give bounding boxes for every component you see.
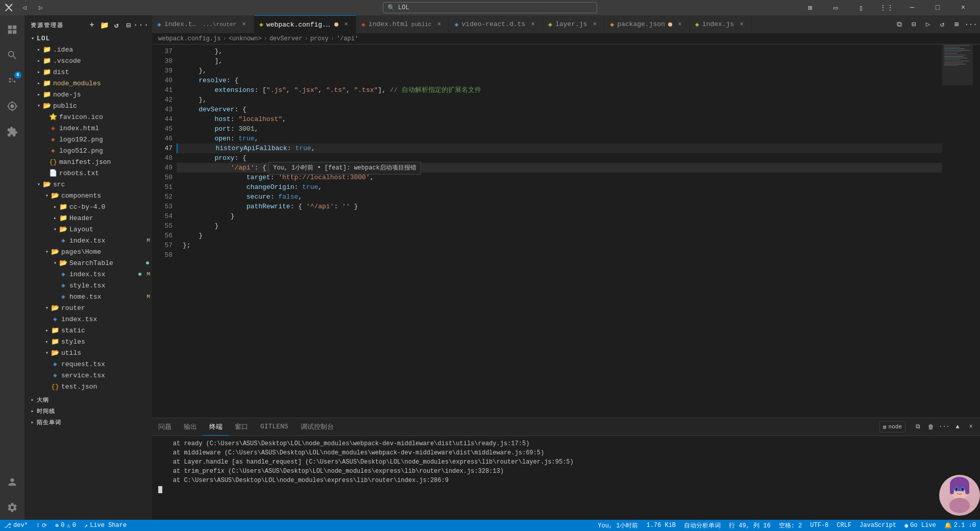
- status-encoding[interactable]: UTF-8: [806, 520, 832, 531]
- tree-item-service[interactable]: ◈ service.tsx: [24, 370, 152, 381]
- tree-item-utils[interactable]: ▾ 📂 utils: [24, 347, 152, 358]
- breadcrumb-unknown[interactable]: <unknown>: [229, 35, 262, 42]
- terminal-content[interactable]: at ready (C:\Users\ASUS\Desktop\LOL\node…: [152, 436, 980, 520]
- panel-selector[interactable]: ⊞ node: [879, 421, 905, 432]
- tab-index-tsx-router[interactable]: ◈ index.tsx ...\router ×: [152, 15, 254, 33]
- tree-item-components[interactable]: ▾ 📂 components: [24, 190, 152, 201]
- tree-root-lol[interactable]: ▾ LOL: [24, 33, 152, 44]
- tab-close-button[interactable]: ×: [528, 20, 537, 29]
- minimize-button[interactable]: ─: [900, 0, 924, 15]
- nav-forward-button[interactable]: ▷: [35, 2, 47, 14]
- activity-settings[interactable]: [0, 495, 24, 520]
- panel-tab-problems[interactable]: 问题: [152, 418, 178, 436]
- tree-item-request[interactable]: ◈ request.tsx: [24, 358, 152, 370]
- code-area[interactable]: }, ], }, resolve: {: [177, 44, 942, 418]
- tree-section-stranger-words[interactable]: ▸ 陌生单词: [24, 417, 152, 428]
- toggle-sidebar-button[interactable]: ▯: [849, 0, 873, 15]
- new-file-button[interactable]: +: [88, 20, 97, 30]
- tree-item-static[interactable]: ▸ 📁 static: [24, 325, 152, 336]
- status-line-ending[interactable]: CRLF: [832, 520, 855, 531]
- panel-tab-output[interactable]: 输出: [178, 418, 203, 436]
- tree-item-vscode[interactable]: ▸ 📁 .vscode: [24, 55, 152, 66]
- status-language[interactable]: JavaScript: [855, 520, 900, 531]
- tab-close-button[interactable]: ×: [675, 20, 684, 29]
- tree-item-test-json[interactable]: {} test.json: [24, 381, 152, 392]
- more-button[interactable]: ⋮⋮: [875, 0, 898, 15]
- tab-package-json[interactable]: ◈ package.json ×: [605, 15, 690, 33]
- new-folder-button[interactable]: 📁: [100, 20, 109, 30]
- tree-item-pages-home[interactable]: ▾ 📂 pages\Home: [24, 246, 152, 257]
- tree-item-src[interactable]: ▾ 📂 src: [24, 179, 152, 190]
- tree-item-styles[interactable]: ▸ 📁 styles: [24, 336, 152, 347]
- tree-item-style[interactable]: ◈ style.tsx: [24, 280, 152, 291]
- activity-explorer[interactable]: [0, 17, 24, 42]
- panel-tab-debug-console[interactable]: 调试控制台: [295, 418, 340, 436]
- status-time-ago[interactable]: You, 1小时前: [594, 520, 642, 531]
- tab-close-button[interactable]: ×: [239, 20, 249, 29]
- tree-item-dist[interactable]: ▸ 📁 dist: [24, 66, 152, 78]
- tree-item-layout-index[interactable]: ◈ index.tsx M: [24, 235, 152, 246]
- tree-item-favicon[interactable]: ⭐ favicon.ico: [24, 111, 152, 123]
- tree-item-node-js[interactable]: ▸ 📁 node-js: [24, 89, 152, 100]
- status-spaces[interactable]: 空格: 2: [775, 520, 806, 531]
- sync-button[interactable]: ↺: [936, 18, 948, 31]
- panel-close-button[interactable]: ×: [966, 422, 976, 432]
- tree-item-index-html[interactable]: ◈ index.html: [24, 123, 152, 134]
- collapse-all-button[interactable]: ⊟: [125, 20, 134, 30]
- tree-item-robots[interactable]: 📄 robots.txt: [24, 167, 152, 179]
- more-actions-button[interactable]: ···: [965, 18, 977, 31]
- tree-item-node-modules[interactable]: ▸ 📁 node_modules: [24, 78, 152, 89]
- status-go-live[interactable]: ◉ Go Live: [900, 520, 940, 531]
- panel-kill-button[interactable]: 🗑: [926, 422, 936, 432]
- activity-search[interactable]: [0, 43, 24, 67]
- tab-video-react[interactable]: ◈ video-react.d.ts ×: [449, 15, 543, 33]
- run-code-button[interactable]: ▷: [922, 18, 934, 31]
- breadcrumb-proxy[interactable]: proxy: [310, 35, 329, 42]
- panel-more-button[interactable]: ···: [939, 422, 949, 432]
- tree-item-router-index[interactable]: ◈ index.tsx: [24, 313, 152, 325]
- tree-item-home-tsx[interactable]: ◈ home.tsx M: [24, 291, 152, 302]
- tree-item-logo512[interactable]: ◈ logo512.png: [24, 145, 152, 156]
- layout-button[interactable]: ⊞: [798, 0, 822, 15]
- status-notifications[interactable]: 🔔 2.1 ↓0: [940, 520, 980, 531]
- tab-close-button[interactable]: ×: [341, 20, 351, 29]
- title-search-bar[interactable]: 🔍 LOL: [383, 2, 597, 13]
- tab-webpack-config[interactable]: ◈ webpack.config.js ×: [254, 15, 356, 33]
- tree-item-idea[interactable]: ▸ 📁 .idea: [24, 44, 152, 55]
- nav-back-button[interactable]: ◁: [18, 2, 31, 14]
- tree-item-searchtable[interactable]: ▾ 📂 SearchTable: [24, 257, 152, 269]
- activity-debug[interactable]: [0, 94, 24, 118]
- refresh-button[interactable]: ↺: [112, 20, 121, 30]
- tree-item-layout[interactable]: ▾ 📂 Layout: [24, 224, 152, 235]
- tree-item-manifest[interactable]: {} manifest.json: [24, 156, 152, 167]
- status-sync[interactable]: ↕ ⟳: [32, 520, 51, 531]
- toggle-panel-button[interactable]: ▭: [824, 0, 847, 15]
- toggle-panel-button[interactable]: ⊟: [908, 18, 920, 31]
- close-button[interactable]: ×: [951, 0, 975, 15]
- panel-tab-terminal[interactable]: 终端: [203, 418, 229, 436]
- breadcrumb-devserver[interactable]: devServer: [270, 35, 303, 42]
- breadcrumb-api[interactable]: '/api': [336, 35, 358, 42]
- tree-item-logo192[interactable]: ◈ logo192.png: [24, 134, 152, 145]
- tab-layer-js[interactable]: ◈ layer.js ×: [543, 15, 605, 33]
- panel-split-terminal-button[interactable]: ⧉: [913, 422, 923, 432]
- more-actions-button[interactable]: ···: [137, 20, 146, 30]
- tab-close-button[interactable]: ×: [590, 20, 599, 29]
- status-filesize[interactable]: 1.76 KiB: [642, 520, 680, 531]
- tree-item-header[interactable]: ▸ 📁 Header: [24, 212, 152, 224]
- tab-close-button[interactable]: ×: [434, 20, 444, 29]
- tab-index-js[interactable]: ◈ index.js ×: [690, 15, 752, 33]
- breadcrumb-file[interactable]: webpack.config.js: [158, 35, 220, 42]
- status-auto-analyze[interactable]: 自动分析单词: [680, 520, 725, 531]
- status-branch[interactable]: ⎇ dev*: [0, 520, 32, 531]
- activity-account[interactable]: [0, 470, 24, 494]
- status-position[interactable]: 行 49, 列 16: [725, 520, 775, 531]
- tab-close-button[interactable]: ×: [737, 20, 746, 29]
- activity-source-control[interactable]: 6: [0, 68, 24, 93]
- breadcrumb-toggle-button[interactable]: ⊞: [950, 18, 963, 31]
- tree-section-outline[interactable]: ▸ 大纲: [24, 394, 152, 405]
- split-editor-button[interactable]: ⧉: [893, 18, 905, 31]
- panel-tab-gitlens[interactable]: GITLENS: [254, 418, 295, 436]
- status-live-share[interactable]: ↗ Live Share: [80, 520, 131, 531]
- activity-extensions[interactable]: [0, 119, 24, 144]
